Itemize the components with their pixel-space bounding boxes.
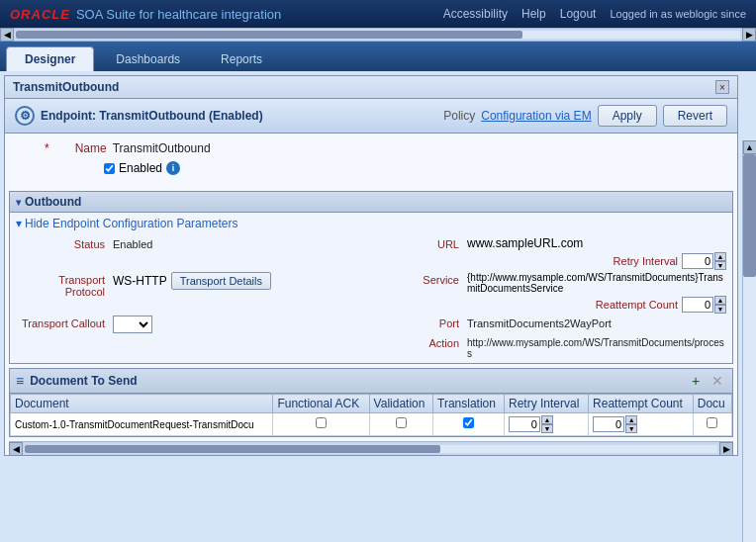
row-retry-input[interactable] xyxy=(509,416,540,432)
info-icon[interactable]: i xyxy=(166,161,180,175)
endpoint-title-text: Endpoint: TransmitOutbound (Enabled) xyxy=(41,109,263,123)
reattempt-count-spinner[interactable]: ▲ ▼ xyxy=(682,296,726,314)
status-value: Enabled xyxy=(113,236,372,250)
revert-button[interactable]: Revert xyxy=(663,105,727,127)
doc-actions: + ✕ xyxy=(687,372,726,390)
enabled-row: Enabled i xyxy=(104,161,698,175)
retry-interval-spinner[interactable]: ▲ ▼ xyxy=(682,252,726,270)
name-label: Name xyxy=(57,141,107,155)
add-document-btn[interactable]: + xyxy=(687,372,705,390)
validation-checkbox[interactable] xyxy=(396,417,407,428)
transport-value: WS-HTTP xyxy=(113,274,167,288)
functional-ack-checkbox[interactable] xyxy=(316,417,327,428)
retry-interval-down[interactable]: ▼ xyxy=(714,261,726,270)
bottom-hscroll-track[interactable] xyxy=(25,445,717,453)
apply-button[interactable]: Apply xyxy=(598,105,657,127)
gear-icon: ⚙ xyxy=(15,106,35,126)
vscroll-track[interactable] xyxy=(743,154,756,542)
name-value: TransmitOutbound xyxy=(113,141,211,155)
url-retry-area: www.sampleURL.com Retry Interval ▲ ▼ xyxy=(467,236,726,270)
outbound-section-header: ▾ Outbound xyxy=(10,192,732,213)
col-retry-interval: Retry Interval xyxy=(504,395,588,413)
hscroll-thumb[interactable] xyxy=(16,31,522,39)
row-retry-down[interactable]: ▼ xyxy=(541,424,553,433)
panel-header: TransmitOutbound × xyxy=(4,75,738,98)
reattempt-count-input[interactable] xyxy=(682,297,713,313)
content-panel: ⚙ Endpoint: TransmitOutbound (Enabled) P… xyxy=(4,98,738,456)
bottom-hscroll-left[interactable]: ◀ xyxy=(9,442,23,456)
content-area: TransmitOutbound × ⚙ Endpoint: TransmitO… xyxy=(0,71,756,542)
bottom-hscroll-thumb[interactable] xyxy=(25,445,440,453)
col-validation: Validation xyxy=(369,395,432,413)
enabled-label: Enabled xyxy=(119,161,162,175)
form-area: * Name TransmitOutbound Enabled i xyxy=(5,134,737,187)
row-retry-up[interactable]: ▲ xyxy=(541,415,553,424)
transport-callout-select[interactable] xyxy=(113,316,152,333)
col-functional-ack: Functional ACK xyxy=(273,395,369,413)
panel-close-btn[interactable]: × xyxy=(715,80,729,94)
retry-interval-input[interactable] xyxy=(682,253,713,269)
policy-text: Policy xyxy=(443,109,475,123)
validation-cell xyxy=(369,413,432,436)
row-reattempt-count-cell: ▲ ▼ xyxy=(589,413,694,436)
table-row: Custom-1.0-TransmitDocumentRequest-Trans… xyxy=(11,413,732,436)
outbound-title: Outbound xyxy=(25,195,81,209)
hide-params-row[interactable]: ▾ Hide Endpoint Configuration Parameters xyxy=(16,217,726,230)
tab-dashboards[interactable]: Dashboards xyxy=(97,46,199,71)
transport-callout-dropdown[interactable] xyxy=(113,316,372,333)
delete-document-btn[interactable]: ✕ xyxy=(709,372,726,390)
help-link[interactable]: Help xyxy=(521,7,546,21)
doc-section-title: Document To Send xyxy=(30,374,137,388)
doc-list-icon: ≡ xyxy=(16,373,24,389)
retry-interval-up[interactable]: ▲ xyxy=(714,252,726,261)
hide-params-label[interactable]: Hide Endpoint Configuration Parameters xyxy=(25,217,237,230)
logout-link[interactable]: Logout xyxy=(560,7,597,21)
row-reattempt-input[interactable] xyxy=(593,416,624,432)
service-label: Service xyxy=(380,272,459,286)
reattempt-count-btns: ▲ ▼ xyxy=(714,296,726,314)
login-info: Logged in as weblogic since xyxy=(610,8,746,20)
reattempt-count-down[interactable]: ▼ xyxy=(714,305,726,314)
vscroll: ▲ ▼ xyxy=(742,140,756,542)
row-reattempt-up[interactable]: ▲ xyxy=(625,415,637,424)
tab-designer[interactable]: Designer xyxy=(6,46,94,71)
row-retry-spinner[interactable]: ▲ ▼ xyxy=(509,415,584,433)
translation-checkbox[interactable] xyxy=(463,417,474,428)
endpoint-title: ⚙ Endpoint: TransmitOutbound (Enabled) xyxy=(15,106,263,126)
enabled-checkbox[interactable] xyxy=(104,163,115,174)
url-value: www.sampleURL.com xyxy=(467,236,726,250)
vscroll-thumb[interactable] xyxy=(743,154,756,277)
row-retry-btns: ▲ ▼ xyxy=(541,415,553,433)
url-label: URL xyxy=(380,236,459,250)
bottom-hscroll-right[interactable]: ▶ xyxy=(719,442,733,456)
vscroll-up-btn[interactable]: ▲ xyxy=(743,140,757,154)
row-reattempt-down[interactable]: ▼ xyxy=(625,424,637,433)
tab-reports[interactable]: Reports xyxy=(202,46,281,71)
doc-title-area: ≡ Document To Send xyxy=(16,373,138,389)
hscroll-right-btn[interactable]: ▶ xyxy=(742,28,756,42)
retry-interval-btns: ▲ ▼ xyxy=(714,252,726,270)
endpoint-actions: Policy Configuration via EM Apply Revert xyxy=(443,105,727,127)
row-reattempt-spinner[interactable]: ▲ ▼ xyxy=(593,415,689,433)
accessibility-link[interactable]: Accessibility xyxy=(443,7,508,21)
doc-table-header-row: Document Functional ACK Validation Trans… xyxy=(11,395,732,413)
hscroll-left-btn[interactable]: ◀ xyxy=(0,28,14,42)
reattempt-count-up[interactable]: ▲ xyxy=(714,296,726,305)
bottom-hscroll: ◀ ▶ xyxy=(9,441,733,455)
row-retry-interval-cell: ▲ ▼ xyxy=(504,413,588,436)
action-label: Action xyxy=(380,335,459,349)
doc-section: ≡ Document To Send + ✕ Document xyxy=(9,368,733,437)
col-document: Document xyxy=(11,395,273,413)
col-reattempt-count: Reattempt Count xyxy=(589,395,694,413)
policy-link[interactable]: Configuration via EM xyxy=(481,109,591,123)
outbound-toggle[interactable]: ▾ xyxy=(16,197,21,208)
transport-details-btn[interactable]: Transport Details xyxy=(171,272,271,290)
panel-title: TransmitOutbound xyxy=(13,80,119,94)
docu-checkbox[interactable] xyxy=(707,417,717,428)
hscroll-track[interactable] xyxy=(16,31,740,39)
page-wrapper: ORACLE SOA Suite for healthcare integrat… xyxy=(0,0,756,542)
retry-interval-label: Retry Interval xyxy=(614,255,678,267)
port-label: Port xyxy=(380,316,459,329)
app-title: SOA Suite for healthcare integration xyxy=(76,7,281,22)
inner-scroll: TransmitOutbound × ⚙ Endpoint: TransmitO… xyxy=(0,71,742,542)
